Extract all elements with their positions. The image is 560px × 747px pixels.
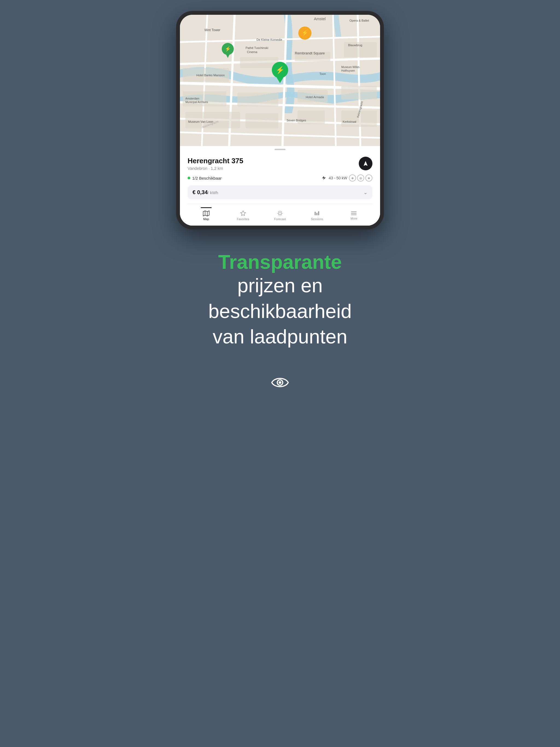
navigate-button[interactable] bbox=[359, 157, 373, 170]
eye-icon-wrapper bbox=[269, 371, 291, 393]
svg-text:Seven Bridges: Seven Bridges bbox=[286, 119, 306, 122]
tab-active-indicator bbox=[201, 207, 212, 208]
tab-forecast[interactable]: Forecast bbox=[261, 207, 298, 221]
connector-type-1: ⊕ bbox=[349, 175, 356, 182]
charging-speed-icon bbox=[322, 176, 327, 180]
price-row[interactable]: € 0,34/ kWh ⌄ bbox=[187, 185, 373, 199]
svg-text:Museum Willet-: Museum Willet- bbox=[341, 66, 360, 69]
charging-pin-small[interactable]: ⚡ bbox=[221, 42, 235, 58]
svg-marker-49 bbox=[277, 78, 283, 83]
availability-dot bbox=[187, 177, 190, 179]
forecast-tab-icon bbox=[277, 210, 283, 216]
svg-text:Amsterdam: Amsterdam bbox=[185, 97, 199, 100]
svg-text:Hotel Banks Mansion: Hotel Banks Mansion bbox=[196, 74, 225, 77]
tab-favorites-label: Favorites bbox=[237, 217, 249, 221]
location-header: Herengracht 375 Vandebron · 1,2 km bbox=[187, 152, 373, 173]
tab-bar: Map Favorites bbox=[187, 204, 373, 226]
connector-icons: ⊕ ◎ ⊗ bbox=[349, 175, 373, 182]
price-expand-chevron[interactable]: ⌄ bbox=[363, 189, 367, 196]
tab-inactive-indicator-4 bbox=[348, 208, 359, 209]
price-value: € 0,34 bbox=[193, 189, 208, 195]
svg-rect-17 bbox=[237, 93, 278, 106]
tab-more-label: More bbox=[351, 217, 357, 220]
promo-line2: van laadpunten bbox=[213, 326, 347, 347]
svg-text:⚡: ⚡ bbox=[276, 66, 285, 74]
favorites-tab-icon bbox=[240, 210, 246, 216]
svg-text:Toon: Toon bbox=[320, 72, 326, 75]
connector-type-2: ◎ bbox=[357, 175, 364, 182]
svg-text:Mint Tower: Mint Tower bbox=[205, 28, 221, 32]
eye-icon bbox=[269, 371, 291, 393]
device-wrapper: Amstel Mint Tower Opera & Ballet De Klei… bbox=[18, 11, 542, 393]
svg-text:Pathé Tuschinski: Pathé Tuschinski bbox=[246, 46, 268, 50]
sessions-tab-icon bbox=[314, 210, 320, 216]
tab-favorites[interactable]: Favorites bbox=[225, 207, 261, 221]
svg-text:⚡: ⚡ bbox=[225, 46, 231, 52]
promo-section: Transparante prijzen en beschikbaarheid … bbox=[176, 251, 384, 350]
tab-more[interactable]: More bbox=[335, 208, 373, 220]
price-unit: / kWh bbox=[208, 190, 218, 195]
location-title: Herengracht 375 bbox=[187, 157, 244, 165]
power-info: 43 - 50 kW ⊕ ◎ ⊗ bbox=[322, 175, 373, 182]
svg-marker-46 bbox=[226, 54, 230, 58]
svg-rect-55 bbox=[315, 212, 316, 215]
svg-text:Cinema: Cinema bbox=[247, 50, 258, 54]
tab-inactive-indicator bbox=[238, 207, 249, 208]
drag-handle[interactable] bbox=[275, 149, 285, 150]
charging-pin-orange[interactable]: ⚡ bbox=[298, 26, 312, 41]
svg-text:⚡: ⚡ bbox=[302, 29, 308, 36]
tab-inactive-indicator-2 bbox=[275, 207, 285, 208]
svg-rect-21 bbox=[246, 113, 278, 128]
navigate-icon bbox=[362, 160, 368, 166]
svg-text:Holthuysen: Holthuysen bbox=[341, 69, 355, 72]
tab-inactive-indicator-3 bbox=[311, 207, 322, 208]
map-tab-icon bbox=[203, 210, 209, 216]
promo-line1: prijzen en beschikbaarheid bbox=[208, 275, 352, 322]
svg-text:Opera & Ballet: Opera & Ballet bbox=[350, 19, 369, 22]
power-range: 43 - 50 kW bbox=[329, 176, 347, 180]
svg-rect-57 bbox=[318, 211, 320, 215]
svg-point-54 bbox=[279, 212, 281, 214]
connector-type-3: ⊗ bbox=[365, 175, 373, 182]
tab-sessions[interactable]: Sessions bbox=[299, 207, 335, 221]
map-area[interactable]: Amstel Mint Tower Opera & Ballet De Klei… bbox=[180, 15, 380, 146]
location-info: Herengracht 375 Vandebron · 1,2 km bbox=[187, 157, 244, 171]
device-frame: Amstel Mint Tower Opera & Ballet De Klei… bbox=[176, 11, 384, 229]
charging-pin-selected[interactable]: ⚡ bbox=[270, 61, 290, 84]
svg-text:Kerkstraat: Kerkstraat bbox=[342, 120, 356, 123]
promo-highlight: Transparante bbox=[187, 251, 373, 273]
device-screen: Amstel Mint Tower Opera & Ballet De Klei… bbox=[180, 15, 380, 226]
bottom-sheet: Herengracht 375 Vandebron · 1,2 km 1/2 B… bbox=[180, 152, 380, 226]
tab-map-label: Map bbox=[203, 217, 209, 221]
svg-text:Hotel Armada: Hotel Armada bbox=[306, 96, 324, 99]
status-row: 1/2 Beschikbaar 43 - 50 kW ⊕ ◎ ⊗ bbox=[187, 173, 373, 185]
tab-sessions-label: Sessions bbox=[311, 217, 323, 221]
svg-text:De Kleine Komedie: De Kleine Komedie bbox=[256, 38, 282, 41]
svg-rect-19 bbox=[341, 86, 377, 100]
svg-rect-22 bbox=[298, 110, 325, 124]
svg-text:Rembrandt Square: Rembrandt Square bbox=[295, 51, 325, 55]
location-subtitle: Vandebron · 1,2 km bbox=[187, 166, 244, 171]
svg-rect-56 bbox=[316, 213, 317, 215]
price-display: € 0,34/ kWh bbox=[193, 189, 218, 196]
tab-forecast-label: Forecast bbox=[274, 217, 286, 221]
availability-text: 1/2 Beschikbaar bbox=[192, 176, 222, 180]
svg-point-62 bbox=[279, 382, 281, 383]
svg-text:Amstel: Amstel bbox=[314, 17, 326, 21]
tab-map[interactable]: Map bbox=[187, 207, 225, 221]
availability-status: 1/2 Beschikbaar bbox=[187, 176, 222, 180]
svg-text:Municipal Archives: Municipal Archives bbox=[185, 101, 208, 104]
more-tab-icon bbox=[351, 211, 357, 216]
promo-body: prijzen en beschikbaarheid van laadpunte… bbox=[187, 273, 373, 350]
svg-text:Blauwbrug: Blauwbrug bbox=[348, 44, 362, 47]
